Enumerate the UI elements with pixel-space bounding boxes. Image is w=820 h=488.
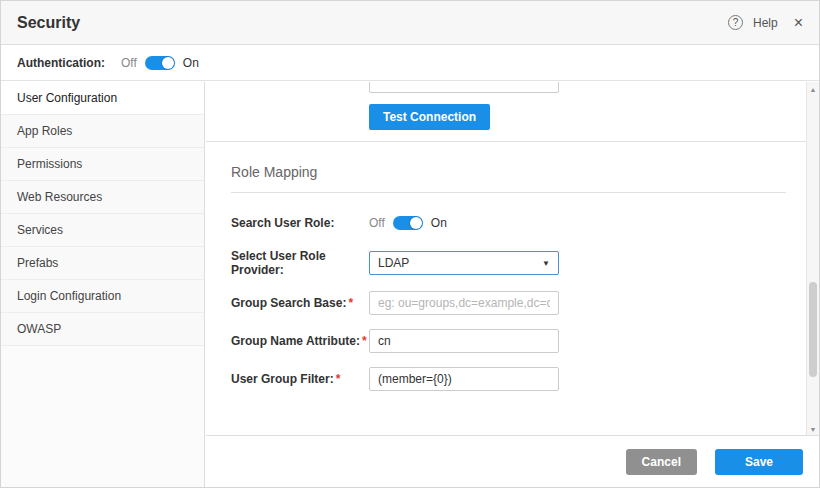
search-user-role-label: Search User Role: xyxy=(231,216,369,230)
sidebar-item-web-resources[interactable]: Web Resources xyxy=(1,181,204,214)
authentication-toggle-switch[interactable] xyxy=(145,56,175,70)
required-asterisk: * xyxy=(362,334,367,348)
sidebar-item-permissions[interactable]: Permissions xyxy=(1,148,204,181)
authentication-label: Authentication: xyxy=(17,56,105,70)
toggle-off-label: Off xyxy=(121,56,137,70)
test-connection-button[interactable]: Test Connection xyxy=(369,104,490,130)
toggle-on-label: On xyxy=(431,216,447,230)
sidebar-item-services[interactable]: Services xyxy=(1,214,204,247)
group-search-base-input[interactable] xyxy=(369,291,559,315)
sidebar-item-label: Prefabs xyxy=(17,256,58,270)
page-title: Security xyxy=(17,14,80,32)
help-icon[interactable]: ? xyxy=(728,15,743,30)
sidebar-item-owasp[interactable]: OWASP xyxy=(1,313,204,346)
required-asterisk: * xyxy=(348,296,353,310)
authentication-bar: Authentication: Off On xyxy=(1,46,819,81)
vertical-scrollbar[interactable]: ▲ ▼ xyxy=(806,82,819,438)
help-link[interactable]: Help xyxy=(753,16,778,30)
label-text: Group Search Base: xyxy=(231,296,346,310)
sidebar-item-label: Web Resources xyxy=(17,190,102,204)
main-content: Test Connection Role Mapping Search User… xyxy=(206,82,819,487)
close-icon[interactable]: × xyxy=(794,15,803,31)
search-user-role-toggle-switch[interactable] xyxy=(393,216,423,230)
sidebar-item-label: App Roles xyxy=(17,124,72,138)
label-text: Group Name Attribute: xyxy=(231,334,360,348)
sidebar-item-user-configuration[interactable]: User Configuration xyxy=(1,82,204,115)
dialog-footer: Cancel Save xyxy=(206,435,819,487)
toggle-off-label: Off xyxy=(369,216,385,230)
label-text: User Group Filter: xyxy=(231,372,334,386)
group-search-base-label: Group Search Base:* xyxy=(231,296,369,310)
search-user-role-row: Search User Role: Off On xyxy=(231,211,786,235)
security-dialog: Security ? Help × Authentication: Off On… xyxy=(0,0,820,488)
search-user-role-toggle: Off On xyxy=(369,216,447,230)
user-role-provider-select[interactable]: LDAP ▼ xyxy=(369,251,559,275)
connection-section: Test Connection xyxy=(206,82,806,142)
connection-field-partial[interactable] xyxy=(369,82,559,93)
group-name-attribute-input[interactable] xyxy=(369,329,559,353)
sidebar-item-label: User Configuration xyxy=(17,91,117,105)
sidebar-item-label: Services xyxy=(17,223,63,237)
group-name-attribute-row: Group Name Attribute:* xyxy=(231,329,786,353)
user-group-filter-input[interactable] xyxy=(369,367,559,391)
user-group-filter-row: User Group Filter:* xyxy=(231,367,786,391)
role-mapping-form: Search User Role: Off On Select User Rol… xyxy=(206,211,806,391)
provider-label: Select User Role Provider: xyxy=(231,249,369,277)
sidebar-item-label: Permissions xyxy=(17,157,82,171)
toggle-knob xyxy=(162,57,174,69)
required-asterisk: * xyxy=(336,372,341,386)
sidebar-item-prefabs[interactable]: Prefabs xyxy=(1,247,204,280)
sidebar-item-label: Login Configuration xyxy=(17,289,121,303)
header-actions: ? Help × xyxy=(728,15,803,31)
sidebar-item-label: OWASP xyxy=(17,322,61,336)
toggle-knob xyxy=(410,217,422,229)
chevron-down-icon: ▼ xyxy=(542,259,550,268)
settings-sidebar: User Configuration App Roles Permissions… xyxy=(1,82,205,487)
group-search-base-row: Group Search Base:* xyxy=(231,291,786,315)
role-mapping-section: Role Mapping Search User Role: Off On Se… xyxy=(206,142,806,391)
dialog-header: Security ? Help × xyxy=(1,1,819,45)
save-button[interactable]: Save xyxy=(715,449,803,475)
sidebar-item-login-configuration[interactable]: Login Configuration xyxy=(1,280,204,313)
user-group-filter-label: User Group Filter:* xyxy=(231,372,369,386)
selected-provider-value: LDAP xyxy=(378,256,409,270)
authentication-toggle: Off On xyxy=(121,56,199,70)
provider-row: Select User Role Provider: LDAP ▼ xyxy=(231,249,786,277)
scrollable-panel: Test Connection Role Mapping Search User… xyxy=(206,82,806,438)
group-name-attribute-label: Group Name Attribute:* xyxy=(231,334,369,348)
role-mapping-title: Role Mapping xyxy=(231,164,786,193)
sidebar-item-app-roles[interactable]: App Roles xyxy=(1,115,204,148)
cancel-button[interactable]: Cancel xyxy=(626,449,697,475)
scroll-up-icon[interactable]: ▲ xyxy=(807,84,819,96)
toggle-on-label: On xyxy=(183,56,199,70)
scrollbar-thumb[interactable] xyxy=(809,282,817,377)
